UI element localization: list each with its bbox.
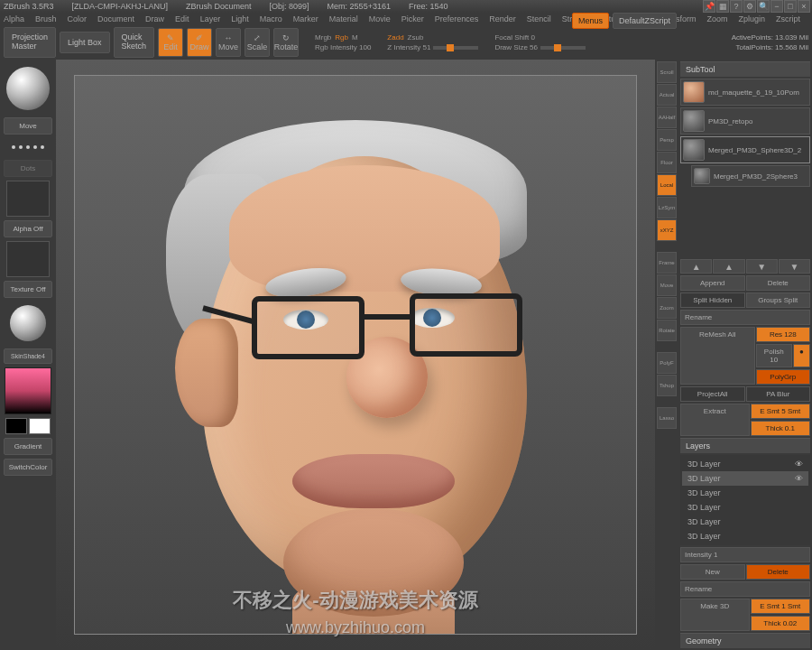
res-slider[interactable]: Res 128: [756, 327, 810, 342]
menu-layer[interactable]: Layer: [200, 14, 221, 23]
move-up-button[interactable]: ▲: [713, 259, 744, 274]
xyz-button[interactable]: xXYZ: [657, 219, 677, 241]
subtool-item[interactable]: Merged_PM3D_2Sphere3: [691, 165, 810, 187]
move-view-button[interactable]: Move: [657, 274, 677, 296]
texture-preview[interactable]: [6, 241, 50, 277]
layer-item[interactable]: 3D Layer👁: [682, 457, 808, 471]
rename-layer-button[interactable]: Rename: [680, 581, 810, 597]
move-down-button[interactable]: ▼: [746, 259, 778, 274]
layer-thick-slider[interactable]: Thick 0.02: [751, 616, 811, 631]
layer-item[interactable]: 3D Layer: [682, 500, 808, 515]
layer-item[interactable]: 3D Layer👁: [682, 471, 808, 486]
draw-size-slider[interactable]: [540, 46, 586, 50]
switch-color-button[interactable]: SwitchColor: [4, 459, 52, 476]
menu-picker[interactable]: Picker: [401, 14, 424, 23]
zoom-icon[interactable]: 🔍: [757, 0, 770, 13]
color-picker[interactable]: [5, 367, 51, 414]
esmt-slider[interactable]: E Smt 5 Smt: [751, 404, 811, 419]
layer-esmt-slider[interactable]: E Smt 1 Smt: [751, 599, 811, 614]
rename-subtool-button[interactable]: Rename: [680, 310, 810, 325]
brush-preview[interactable]: [6, 67, 50, 110]
viewport[interactable]: [74, 75, 637, 635]
polish-slider[interactable]: Polish 10: [756, 344, 792, 367]
split-hidden-button[interactable]: Split Hidden: [680, 292, 745, 308]
alpha-off[interactable]: Alpha Off: [4, 220, 52, 237]
layers-header[interactable]: Layers: [680, 438, 810, 453]
layer-item[interactable]: 3D Layer: [682, 515, 808, 529]
settings-icon[interactable]: ⚙: [743, 0, 756, 13]
texture-off[interactable]: Texture Off: [4, 281, 52, 298]
minimize-button[interactable]: −: [770, 0, 783, 13]
polygrp-button[interactable]: PolyGrp: [756, 369, 810, 385]
lightbox-button[interactable]: Light Box: [60, 32, 110, 53]
eye-icon[interactable]: 👁: [795, 460, 803, 469]
zadd-button[interactable]: Zadd: [387, 33, 403, 42]
polish-circle-toggle[interactable]: ●: [793, 344, 810, 367]
material-name[interactable]: SkinShade4: [4, 348, 52, 364]
layer-item[interactable]: 3D Layer: [682, 486, 808, 500]
brush-move[interactable]: Move: [4, 117, 52, 135]
rotate-view-button[interactable]: Rotate: [657, 320, 677, 341]
eye-icon[interactable]: 👁: [795, 474, 803, 483]
move-bottom-button[interactable]: ▼: [779, 259, 810, 274]
pin-icon[interactable]: 📌: [703, 0, 715, 13]
z-intensity-slider[interactable]: [433, 46, 478, 50]
projection-master-button[interactable]: Projection Master: [4, 27, 56, 58]
move-mode-button[interactable]: ↔Move: [216, 28, 241, 57]
menu-movie[interactable]: Movie: [369, 14, 391, 23]
floor-button[interactable]: Floor: [657, 152, 677, 173]
new-layer-button[interactable]: New: [680, 564, 745, 580]
menu-light[interactable]: Light: [231, 14, 249, 23]
menu-alpha[interactable]: Alpha: [4, 14, 24, 23]
menu-zplugin[interactable]: Zplugin: [739, 14, 766, 23]
extract-button[interactable]: Extract: [680, 404, 750, 436]
move-top-button[interactable]: ▲: [680, 259, 712, 274]
menu-preferences[interactable]: Preferences: [435, 14, 479, 23]
zsub-button[interactable]: Zsub: [408, 33, 424, 42]
menus-toggle[interactable]: Menus: [572, 13, 609, 29]
lasso-button[interactable]: Lasso: [657, 407, 677, 429]
tshop-button[interactable]: Tshop: [657, 375, 677, 396]
polyf-button[interactable]: PolyF: [657, 352, 677, 374]
aahalf-button[interactable]: AAHalf: [657, 107, 677, 128]
scale-mode-button[interactable]: ⤢Scale: [245, 28, 270, 57]
edit-mode-button[interactable]: ✎Edit: [158, 28, 183, 57]
groups-split-button[interactable]: Groups Split: [746, 292, 811, 308]
focal-shift-slider[interactable]: Focal Shift 0: [494, 33, 586, 42]
menu-stencil[interactable]: Stencil: [527, 14, 551, 23]
project-all-button[interactable]: ProjectAll: [680, 386, 745, 402]
menu-zscript[interactable]: Zscript: [776, 14, 800, 23]
gradient-swatch[interactable]: [5, 418, 51, 434]
maximize-button[interactable]: □: [784, 0, 797, 13]
delete-subtool-button[interactable]: Delete: [746, 275, 811, 291]
remesh-all-button[interactable]: ReMesh All: [680, 327, 755, 385]
lzsym-button[interactable]: LzSym: [657, 197, 677, 218]
frame-button[interactable]: Frame: [657, 252, 677, 274]
local-button[interactable]: Local: [657, 174, 677, 196]
mrgb-button[interactable]: Mrgb: [315, 33, 331, 42]
subtool-item[interactable]: PM3D_retopo: [680, 107, 810, 135]
subtool-item[interactable]: md_maquette_6_19_10Pom: [680, 79, 810, 106]
subtool-header[interactable]: SubTool: [680, 61, 810, 77]
tool-icon[interactable]: ▦: [716, 0, 729, 13]
material-preview[interactable]: [10, 305, 46, 341]
menu-brush[interactable]: Brush: [35, 14, 57, 23]
delete-layer-button[interactable]: Delete: [746, 564, 811, 580]
rotate-mode-button[interactable]: ↻Rotate: [273, 28, 299, 57]
menu-material[interactable]: Material: [329, 14, 358, 23]
menu-marker[interactable]: Marker: [293, 14, 318, 23]
gradient-button[interactable]: Gradient: [4, 438, 52, 455]
layer-item[interactable]: 3D Layer: [682, 529, 808, 543]
zscript-button[interactable]: DefaultZScript: [613, 13, 677, 29]
menu-draw[interactable]: Draw: [145, 14, 164, 23]
scroll-button[interactable]: Scroll: [657, 61, 677, 83]
subtool-item[interactable]: Merged_PM3D_Sphere3D_2: [680, 136, 810, 163]
menu-color[interactable]: Color: [68, 14, 88, 23]
m-button[interactable]: M: [352, 33, 358, 42]
rgb-button[interactable]: Rgb: [335, 33, 348, 42]
menu-edit[interactable]: Edit: [175, 14, 189, 23]
stroke-label[interactable]: Dots: [4, 160, 52, 177]
draw-mode-button[interactable]: ✐Draw: [187, 28, 212, 57]
stroke-dots[interactable]: [6, 138, 50, 156]
menu-macro[interactable]: Macro: [260, 14, 282, 23]
